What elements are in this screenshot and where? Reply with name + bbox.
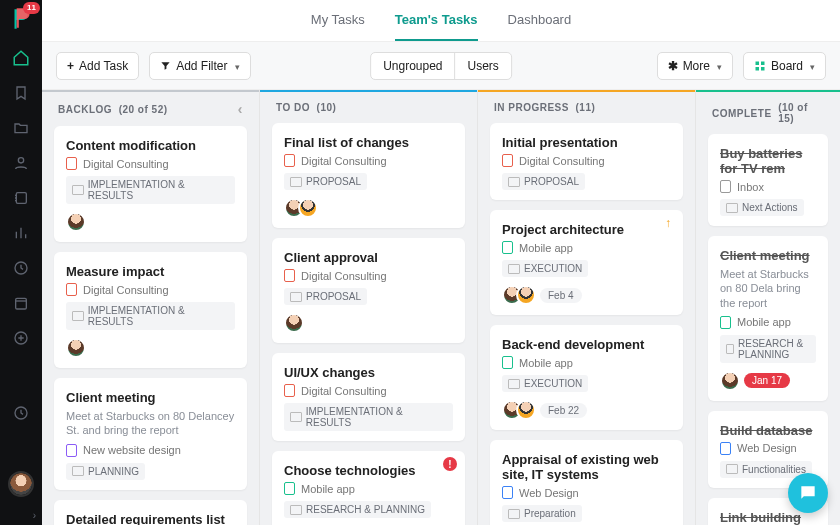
due-date: Feb 4 [540, 288, 582, 303]
col-title: TO DO [276, 102, 310, 113]
project-icon [284, 384, 295, 397]
fold-icon[interactable]: ‹ [238, 102, 243, 116]
tag-label: PROPOSAL [502, 173, 585, 190]
task-card[interactable]: Content modification Digital Consulting … [54, 126, 247, 242]
svg-rect-8 [755, 67, 759, 71]
calendar-icon[interactable] [5, 287, 37, 319]
tag-label: IMPLEMENTATION & RESULTS [284, 403, 453, 431]
tag-label: Preparation [502, 505, 582, 522]
tab-my-tasks[interactable]: My Tasks [311, 0, 365, 41]
svg-rect-1 [16, 193, 26, 204]
project-icon [502, 486, 513, 499]
project-icon [502, 241, 513, 254]
more-button[interactable]: ✱More [657, 52, 733, 80]
sidebar-expand[interactable]: › [0, 505, 42, 525]
project-icon [502, 356, 513, 369]
sidebar: 11 › [0, 0, 42, 525]
svg-rect-6 [755, 61, 759, 65]
group-ungrouped[interactable]: Ungrouped [371, 53, 455, 79]
task-card[interactable]: Measure impact Digital Consulting IMPLEM… [54, 252, 247, 368]
assignee-avatar [516, 285, 536, 305]
project-icon [720, 316, 731, 329]
add-icon[interactable] [5, 322, 37, 354]
task-card[interactable]: Client meeting Meet at Starbucks on 80 D… [54, 378, 247, 490]
task-card[interactable]: Client approval Digital Consulting PROPO… [272, 238, 465, 343]
svg-point-0 [18, 158, 23, 163]
chat-widget[interactable] [788, 473, 828, 513]
priority-up-icon: ↑ [661, 216, 675, 230]
column-todo: TO DO (10) Final list of changes Digital… [260, 90, 478, 525]
clock-icon[interactable] [5, 252, 37, 284]
tag-label: IMPLEMENTATION & RESULTS [66, 176, 235, 204]
tag-label: IMPLEMENTATION & RESULTS [66, 302, 235, 330]
task-card[interactable]: Buy batteries for TV rem Inbox Next Acti… [708, 134, 828, 226]
column-complete: COMPLETE (10 of 15) Buy batteries for TV… [696, 90, 840, 525]
column-backlog: BACKLOG (20 of 52)‹ Content modification… [42, 90, 260, 525]
user-avatar[interactable] [8, 471, 34, 497]
project-icon [284, 269, 295, 282]
alert-icon: ! [443, 457, 457, 471]
add-filter-button[interactable]: Add Filter [149, 52, 250, 80]
task-card[interactable]: Initial presentation Digital Consulting … [490, 123, 683, 200]
tab-dashboard[interactable]: Dashboard [508, 0, 572, 41]
task-card[interactable]: ↑ Project architecture Mobile app EXECUT… [490, 210, 683, 315]
add-task-button[interactable]: +Add Task [56, 52, 139, 80]
assignee-avatar [284, 313, 304, 333]
col-title: COMPLETE [712, 108, 772, 119]
folder-icon[interactable] [5, 112, 37, 144]
project-icon [720, 442, 731, 455]
tag-label: PLANNING [66, 463, 145, 480]
tab-team-tasks[interactable]: Team's Tasks [395, 0, 478, 41]
assignee-avatar [720, 371, 740, 391]
project-icon [720, 180, 731, 193]
app-logo[interactable]: 11 [8, 6, 34, 32]
task-card[interactable]: Final list of changes Digital Consulting… [272, 123, 465, 228]
user-icon[interactable] [5, 147, 37, 179]
tag-label: RESEARCH & PLANNING [284, 501, 431, 518]
tag-label: PROPOSAL [284, 288, 367, 305]
tag-label: Next Actions [720, 199, 804, 216]
group-users[interactable]: Users [456, 53, 511, 79]
task-card[interactable]: Detailed requirements list New website d… [54, 500, 247, 525]
tag-label: PROPOSAL [284, 173, 367, 190]
assignee-avatar [298, 198, 318, 218]
bookmark-icon[interactable] [5, 77, 37, 109]
task-card[interactable]: ! Choose technologies Mobile app RESEARC… [272, 451, 465, 525]
col-title: IN PROGRESS [494, 102, 569, 113]
col-count: (10 of 15) [778, 102, 824, 124]
svg-rect-9 [761, 67, 765, 71]
due-date: Jan 17 [744, 373, 790, 388]
assignee-avatar [66, 338, 86, 358]
due-date: Feb 22 [540, 403, 587, 418]
project-icon [284, 482, 295, 495]
task-card[interactable]: Appraisal of existing web site, IT syste… [490, 440, 683, 525]
assignee-avatar [516, 400, 536, 420]
col-title: BACKLOG [58, 104, 112, 115]
project-icon [66, 157, 77, 170]
contacts-icon[interactable] [5, 182, 37, 214]
chart-icon[interactable] [5, 217, 37, 249]
notification-badge[interactable]: 11 [23, 2, 40, 14]
task-card[interactable]: Client meeting Meet at Starbucks on 80 D… [708, 236, 828, 401]
col-count: (20 of 52) [119, 104, 168, 115]
top-tabs: My Tasks Team's Tasks Dashboard [42, 0, 840, 42]
timer-icon[interactable] [5, 397, 37, 429]
project-icon [66, 444, 77, 457]
svg-rect-7 [761, 61, 765, 65]
kanban-board: BACKLOG (20 of 52)‹ Content modification… [42, 90, 840, 525]
project-icon [502, 154, 513, 167]
task-card[interactable]: Back-end development Mobile app EXECUTIO… [490, 325, 683, 430]
project-icon [284, 154, 295, 167]
view-board-button[interactable]: Board [743, 52, 826, 80]
project-icon [66, 283, 77, 296]
svg-rect-3 [16, 298, 27, 309]
tag-label: RESEARCH & PLANNING [720, 335, 816, 363]
toolbar: +Add Task Add Filter Ungrouped Users ✱Mo… [42, 42, 840, 90]
tag-label: EXECUTION [502, 375, 588, 392]
column-progress: IN PROGRESS (11) Initial presentation Di… [478, 90, 696, 525]
col-count: (10) [317, 102, 337, 113]
home-icon[interactable] [5, 42, 37, 74]
tag-label: EXECUTION [502, 260, 588, 277]
col-count: (11) [576, 102, 596, 113]
task-card[interactable]: UI/UX changes Digital Consulting IMPLEME… [272, 353, 465, 441]
